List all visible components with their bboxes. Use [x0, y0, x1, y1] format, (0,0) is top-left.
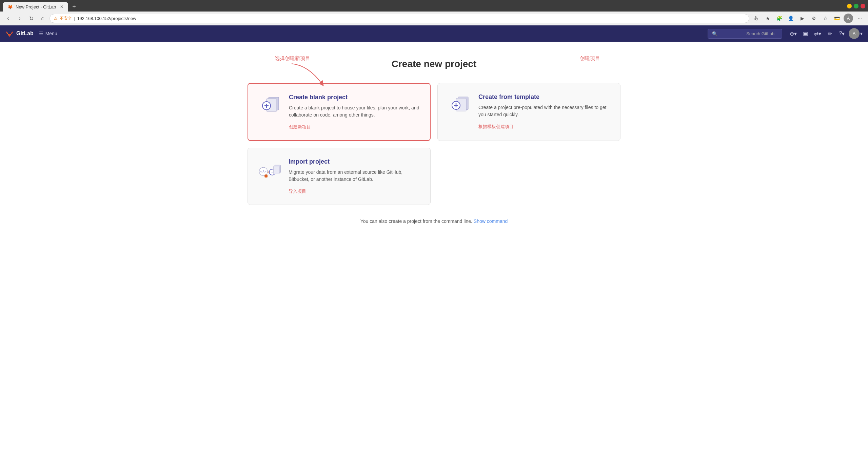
address-bar[interactable]: ⚠ 不安全 | 192.168.100.152/projects/new	[50, 14, 749, 23]
search-placeholder: Search GitLab	[746, 31, 778, 36]
import-project-icon: </> →	[258, 158, 282, 182]
main-content: 选择创建新项目 创建项目 Create new project	[0, 42, 868, 460]
template-project-icon	[448, 93, 472, 117]
wallet-button[interactable]: 💳	[832, 14, 842, 23]
back-button[interactable]: ‹	[3, 14, 13, 23]
template-project-card[interactable]: Create from template Create a project pr…	[437, 83, 620, 141]
gitlab-logo-icon	[5, 29, 14, 38]
bottom-text-prefix: You can also create a project from the c…	[360, 218, 472, 224]
blank-project-title: Create blank project	[289, 94, 420, 101]
gitlab-header: GitLab ☰ Menu 🔍 Search GitLab ⊕ ▾ ▣ ⇄ ▾ …	[0, 25, 868, 42]
menu-button[interactable]: ☰ Menu	[39, 31, 57, 36]
dropdown-arrow: ▾	[794, 30, 797, 37]
active-tab[interactable]: 🦊 New Project · GitLab ✕	[3, 2, 68, 12]
svg-rect-18	[274, 166, 280, 174]
settings-button[interactable]: ⚙	[809, 14, 818, 23]
blank-project-label-cn: 创建新项目	[289, 124, 420, 130]
reload-button[interactable]: ↻	[26, 14, 36, 23]
annotation-left: 选择创建新项目	[275, 55, 310, 62]
tab-title: New Project · GitLab	[16, 4, 56, 9]
blank-project-desc: Create a blank project to house your fil…	[289, 104, 420, 119]
screen-button[interactable]: ▣	[800, 28, 811, 39]
search-bar[interactable]: 🔍 Search GitLab	[708, 29, 782, 39]
template-project-label-cn: 根据模板创建项目	[478, 124, 610, 130]
translate-button[interactable]: あ	[751, 14, 761, 23]
gitlab-logo-text: GitLab	[16, 30, 34, 37]
close-tab-button[interactable]: ✕	[60, 4, 63, 9]
dropdown-arrow3: ▾	[842, 30, 845, 37]
bottom-text: You can also create a project from the c…	[7, 218, 861, 224]
hamburger-icon: ☰	[39, 31, 43, 36]
tab-bar: 🦊 New Project · GitLab ✕ + − □ ✕	[0, 0, 868, 12]
user-dropdown-arrow: ▾	[860, 31, 863, 36]
menu-label: Menu	[45, 31, 57, 36]
blank-project-content: Create blank project Create a blank proj…	[289, 94, 420, 130]
question-icon: ?	[839, 30, 842, 37]
import-project-desc: Migrate your data from an external sourc…	[289, 169, 420, 183]
create-button[interactable]: ⊕ ▾	[788, 28, 798, 39]
user-avatar: A	[849, 28, 860, 39]
play-button[interactable]: ▶	[797, 14, 807, 23]
url-separator: |	[74, 16, 75, 21]
svg-rect-14	[264, 174, 268, 177]
security-text: 不安全	[60, 16, 72, 21]
blank-project-card[interactable]: Create blank project Create a blank proj…	[248, 83, 431, 141]
import-project-content: Import project Migrate your data from an…	[289, 158, 420, 194]
minimize-button[interactable]: −	[847, 4, 852, 8]
plus-icon: ⊕	[790, 30, 794, 37]
merge-icon: ⇄	[814, 30, 818, 37]
user-avatar-button[interactable]: A	[844, 14, 853, 23]
page-title: Create new project	[7, 59, 861, 69]
help-button[interactable]: ? ▾	[836, 28, 847, 39]
more-button[interactable]: ···	[855, 14, 865, 23]
star-button[interactable]: ★	[763, 14, 772, 23]
url-text: 192.168.100.152/projects/new	[77, 16, 745, 21]
import-project-title: Import project	[289, 158, 420, 165]
template-project-content: Create from template Create a project pr…	[478, 93, 610, 130]
favorites-button[interactable]: ☆	[821, 14, 830, 23]
svg-text:</>: </>	[260, 170, 267, 173]
browser-chrome: 🦊 New Project · GitLab ✕ + − □ ✕ ‹ › ↻ ⌂…	[0, 0, 868, 25]
dropdown-arrow2: ▾	[818, 30, 821, 37]
import-project-label-cn: 导入项目	[289, 188, 420, 194]
header-icons: ⊕ ▾ ▣ ⇄ ▾ ✏ ? ▾ A ▾	[788, 28, 863, 39]
maximize-button[interactable]: □	[854, 4, 859, 8]
template-project-desc: Create a project pre-populated with the …	[478, 104, 610, 118]
new-tab-button[interactable]: +	[70, 3, 79, 11]
merge-requests-button[interactable]: ⇄ ▾	[812, 28, 823, 39]
forward-button[interactable]: ›	[15, 14, 24, 23]
tab-favicon: 🦊	[7, 4, 13, 9]
close-window-button[interactable]: ✕	[861, 4, 865, 8]
cards-grid: Create blank project Create a blank proj…	[248, 83, 620, 205]
home-button[interactable]: ⌂	[38, 14, 47, 23]
gitlab-logo[interactable]: GitLab	[5, 29, 34, 38]
annotation-right: 创建项目	[580, 55, 600, 62]
import-project-card[interactable]: </> → Import project Migrate your data f…	[248, 148, 431, 205]
user-menu[interactable]: A ▾	[849, 28, 863, 39]
extensions-button[interactable]: 🧩	[774, 14, 784, 23]
search-icon: 🔍	[712, 31, 744, 36]
edit-button[interactable]: ✏	[824, 28, 835, 39]
security-icon: ⚠	[54, 16, 58, 21]
blank-project-icon	[258, 94, 282, 118]
window-controls: − □ ✕	[847, 4, 865, 10]
browser-toolbar: ‹ › ↻ ⌂ ⚠ 不安全 | 192.168.100.152/projects…	[0, 12, 868, 25]
browser-actions: あ ★ 🧩 👤 ▶ ⚙ ☆ 💳 A ···	[751, 14, 865, 23]
profile-button[interactable]: 👤	[786, 14, 795, 23]
show-command-link[interactable]: Show command	[474, 218, 508, 224]
template-project-title: Create from template	[478, 93, 610, 101]
